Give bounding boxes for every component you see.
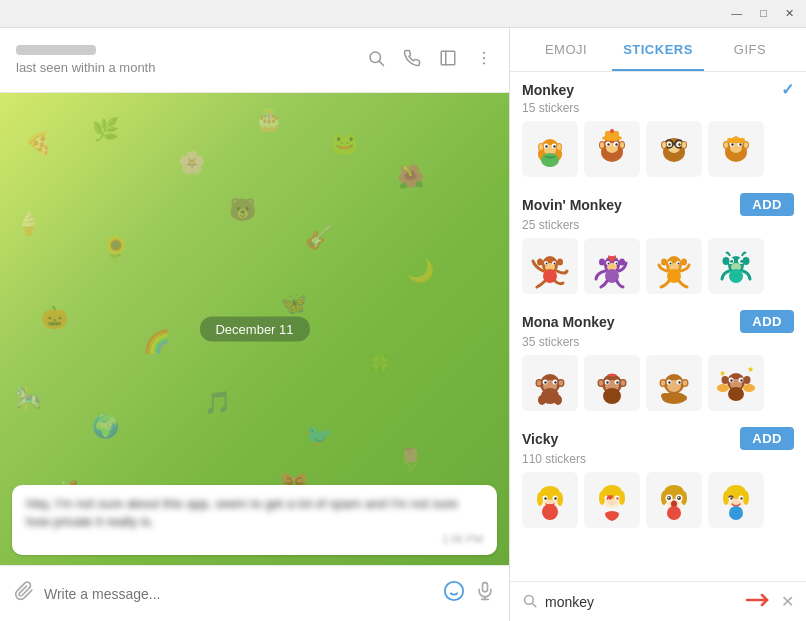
svg-point-148	[744, 376, 751, 384]
svg-point-99	[731, 260, 733, 262]
contact-name-bar	[16, 45, 96, 55]
sticker-item[interactable]	[584, 355, 640, 411]
message-input[interactable]	[44, 586, 433, 602]
svg-point-139	[661, 393, 669, 399]
pack-mona-monkey-stickers: ★ ★	[522, 355, 794, 411]
sticker-tabs: EMOJI STICKERS GIFS	[510, 28, 806, 72]
svg-point-22	[539, 144, 543, 150]
sticker-item[interactable]	[646, 355, 702, 411]
window-controls: — □ ✕	[727, 5, 798, 22]
search-icon	[522, 593, 537, 611]
pack-vicky: Vicky ADD 110 stickers	[522, 427, 794, 528]
svg-point-38	[610, 129, 614, 133]
sticker-item[interactable]	[522, 238, 578, 294]
chat-header-info: last seen within a month	[16, 45, 367, 75]
tab-emoji[interactable]: EMOJI	[520, 28, 612, 71]
svg-point-4	[483, 51, 485, 53]
minimize-button[interactable]: —	[727, 5, 746, 22]
svg-point-72	[537, 259, 543, 266]
sticker-item[interactable]	[522, 472, 578, 528]
attach-icon[interactable]	[14, 581, 34, 606]
svg-text:★: ★	[719, 369, 726, 378]
sticker-search-bar: ✕	[510, 581, 806, 621]
sticker-item[interactable]	[708, 472, 764, 528]
svg-point-23	[557, 144, 561, 150]
sticker-item[interactable]	[646, 238, 702, 294]
svg-point-35	[620, 142, 624, 148]
sticker-item[interactable]	[584, 472, 640, 528]
clear-search-button[interactable]: ✕	[781, 592, 794, 611]
svg-point-79	[608, 263, 610, 265]
svg-point-163	[542, 504, 558, 520]
pack-movin-monkey-header: Movin' Monkey ADD	[522, 193, 794, 216]
svg-point-126	[621, 380, 625, 386]
svg-point-121	[606, 381, 608, 383]
svg-point-133	[678, 381, 680, 383]
pack-monkey-check: ✓	[781, 80, 794, 99]
mic-icon[interactable]	[475, 581, 495, 606]
svg-rect-2	[441, 51, 455, 65]
svg-point-137	[683, 380, 687, 386]
message-bubble: Hey, I'm not sure about this app, seem t…	[12, 485, 497, 555]
svg-point-71	[554, 263, 556, 265]
svg-point-24	[541, 153, 559, 167]
chat-panel: last seen within a month	[0, 28, 510, 621]
maximize-button[interactable]: □	[756, 5, 771, 22]
tab-gifs[interactable]: GIFS	[704, 28, 796, 71]
call-icon[interactable]	[403, 49, 421, 72]
svg-text:★: ★	[747, 365, 754, 374]
svg-point-189	[723, 491, 729, 505]
add-movin-monkey-button[interactable]: ADD	[740, 193, 794, 216]
sticker-item[interactable]	[522, 121, 578, 177]
svg-point-146	[740, 379, 742, 381]
sticker-item[interactable]	[708, 121, 764, 177]
more-icon[interactable]	[475, 49, 493, 72]
svg-point-190	[743, 491, 749, 505]
pack-mona-monkey-count: 35 stickers	[522, 335, 794, 349]
close-button[interactable]: ✕	[781, 5, 798, 22]
sticker-item[interactable]	[646, 121, 702, 177]
expand-icon[interactable]	[439, 49, 457, 72]
emoji-button[interactable]	[443, 580, 465, 607]
svg-point-89	[678, 263, 680, 265]
pack-vicky-stickers	[522, 472, 794, 528]
sticker-item[interactable]	[584, 238, 640, 294]
svg-point-109	[554, 381, 556, 383]
message-time: 1:06 PM	[26, 533, 483, 545]
svg-point-112	[537, 380, 541, 386]
pack-monkey-stickers	[522, 121, 794, 177]
chat-background: 🍕 🌿 🌸 🎂 🐸 🌺 🍦 🌻 🐻 🎸 🌙 🎃 🌈 🦋 🍀 🎠 🌍 🎵 🐦 🌷 …	[0, 93, 509, 565]
chat-input-bar	[0, 565, 509, 621]
svg-point-62	[724, 142, 728, 148]
svg-point-194	[740, 497, 742, 499]
svg-point-132	[668, 381, 670, 383]
svg-point-45	[678, 143, 680, 145]
svg-point-172	[616, 497, 618, 499]
svg-point-161	[544, 497, 546, 499]
sticker-item[interactable]	[708, 238, 764, 294]
svg-point-195	[729, 506, 743, 520]
add-vicky-button[interactable]: ADD	[740, 427, 794, 450]
svg-point-113	[559, 380, 563, 386]
svg-point-90	[661, 259, 667, 266]
sticker-item[interactable]	[584, 121, 640, 177]
sticker-item[interactable]	[522, 355, 578, 411]
pack-movin-monkey: Movin' Monkey ADD 25 stickers	[522, 193, 794, 294]
pack-vicky-header: Vicky ADD	[522, 427, 794, 450]
svg-point-31	[615, 143, 617, 145]
svg-point-149	[717, 384, 729, 392]
tab-stickers[interactable]: STICKERS	[612, 28, 704, 71]
svg-point-185	[667, 506, 681, 520]
sticker-item[interactable]	[646, 472, 702, 528]
pack-vicky-name: Vicky	[522, 431, 558, 447]
svg-point-183	[678, 497, 680, 499]
sticker-search-input[interactable]	[545, 594, 737, 610]
svg-point-140	[679, 395, 687, 401]
chat-header-icons	[367, 49, 493, 72]
svg-point-122	[616, 381, 618, 383]
add-mona-monkey-button[interactable]: ADD	[740, 310, 794, 333]
svg-point-52	[682, 142, 686, 148]
search-icon[interactable]	[367, 49, 385, 72]
sticker-item[interactable]: ★ ★	[708, 355, 764, 411]
svg-point-63	[744, 142, 748, 148]
